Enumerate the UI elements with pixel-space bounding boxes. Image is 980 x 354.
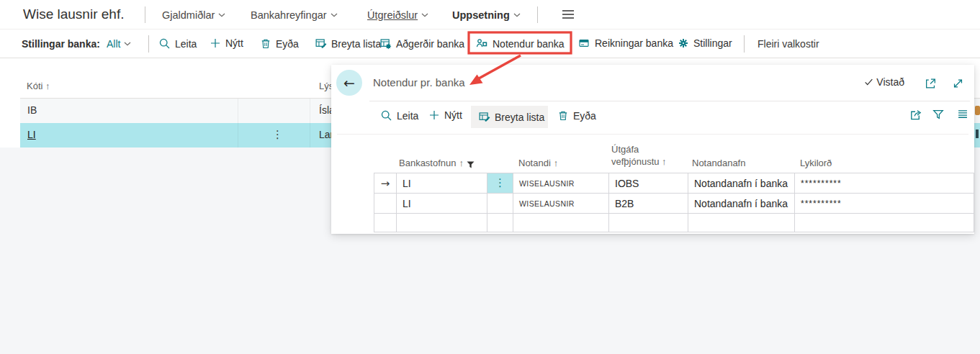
delete-button[interactable]: Eyða (260, 37, 299, 50)
row-context-menu-cell[interactable]: ⋮ (487, 173, 513, 194)
check-icon (863, 77, 874, 87)
panel-new-button[interactable]: Nýtt (428, 109, 462, 121)
table-gear-icon (379, 37, 392, 50)
panel-table-header-row: Bankastofnun↑ Notandi↑ Útgáfavefþjónustu… (374, 140, 974, 173)
cell-utgafa[interactable] (609, 214, 688, 232)
search-button[interactable]: Leita (158, 37, 197, 50)
saved-status: Vistað (863, 76, 904, 88)
cell-code-link[interactable]: LI (27, 129, 36, 140)
bank-accounts-button[interactable]: Reikningar banka (577, 37, 673, 49)
row-indicator-cell (374, 194, 397, 214)
chevron-down-icon (331, 13, 338, 17)
panel-edit-list-button-active[interactable]: Breyta lista (471, 106, 548, 128)
row-context-menu-cell[interactable] (487, 194, 513, 214)
back-arrow-icon: ← (343, 75, 355, 91)
top-nav-bar: Wise lausnir ehf. Gjaldmiðlar Bankahreyf… (0, 0, 980, 30)
filter-applied-icon (467, 161, 475, 168)
panel-delete-button[interactable]: Eyða (557, 109, 596, 122)
edit-table-icon (478, 111, 490, 123)
nav-menu-uppsetning[interactable]: Uppsetning (452, 9, 521, 21)
column-header-utgafa-vefthjonustu[interactable]: Útgáfavefþjónustu ↑ (611, 143, 667, 168)
panel-search-button[interactable]: Leita (380, 109, 418, 122)
cell-notandanafn[interactable]: Notandanafn í banka (688, 194, 795, 214)
cell-code[interactable]: IB (27, 104, 37, 116)
row-context-menu-cell[interactable] (487, 214, 513, 232)
clipped-list-fragment (976, 130, 979, 138)
open-in-window-icon[interactable] (924, 77, 938, 90)
nav-menu-gjaldmidlar[interactable]: Gjaldmiðlar (162, 9, 225, 21)
row-indicator-cell (374, 214, 397, 232)
trash-icon (260, 37, 271, 50)
edit-table-icon (315, 37, 327, 50)
cell-notandanafn[interactable] (688, 214, 795, 232)
panel-toolbar-divider (337, 134, 968, 135)
view-filter-dropdown[interactable]: Allt (107, 38, 131, 50)
nav-menu-utgreidslur[interactable]: Útgreiðslur (367, 9, 428, 21)
plus-icon (428, 109, 440, 121)
column-header-koti[interactable]: Kóti ↑ (27, 81, 50, 91)
page-caption: Stillingar banka: (22, 38, 100, 50)
column-header-lykilord[interactable]: Lykilorð (800, 158, 832, 168)
column-separator (310, 123, 310, 148)
bank-actions-button[interactable]: Aðgerðir banka (379, 37, 464, 50)
bank-account-card-icon (577, 37, 590, 49)
more-options-button[interactable]: Fleiri valkostir (758, 38, 819, 50)
chevron-down-icon (421, 13, 428, 17)
cell-utgafa[interactable]: IOBS (609, 173, 688, 194)
hamburger-menu-icon[interactable] (562, 9, 575, 20)
cell-utgafa[interactable]: B2B (609, 194, 688, 214)
search-icon (380, 109, 392, 122)
nav-divider (537, 6, 538, 23)
company-name[interactable]: Wise lausnir ehf. (23, 6, 124, 22)
plus-icon (210, 37, 221, 49)
content-area: Kóti ↑ Lýsin IB Ísla LI ⋮ Lan ← Not (0, 58, 980, 354)
row-context-menu-icon[interactable]: ⋮ (272, 130, 283, 140)
column-header-bankastofnun[interactable]: Bankastofnun↑ (399, 158, 475, 168)
share-icon[interactable] (909, 108, 923, 122)
nav-menu-bankahreyfingar[interactable]: Bankahreyfingar (251, 9, 338, 21)
chevron-down-icon (513, 13, 521, 17)
cell-notandi[interactable] (513, 214, 609, 232)
expand-panel-icon[interactable] (951, 77, 965, 90)
cell-lykilord[interactable]: ********** (795, 194, 974, 214)
column-separator (238, 123, 238, 148)
edit-list-button[interactable]: Breyta lista (315, 37, 381, 50)
bank-users-icon (475, 37, 488, 50)
cell-bankastofnun[interactable] (397, 214, 487, 232)
gear-icon (678, 37, 689, 49)
column-separator (310, 99, 310, 123)
chevron-down-icon (124, 42, 131, 46)
trash-icon (557, 109, 569, 122)
cell-notandi[interactable]: WISELAUSNIR (513, 194, 609, 214)
cell-lykilord[interactable] (795, 214, 974, 232)
settings-button[interactable]: Stillingar (678, 37, 732, 49)
current-row-arrow-icon: → (381, 177, 390, 190)
cell-notandi[interactable]: WISELAUSNIR (513, 173, 609, 194)
row-context-menu-icon: ⋮ (495, 178, 505, 189)
back-button[interactable]: ← (336, 70, 362, 96)
clipped-list-fragment (975, 106, 980, 115)
toolbar-divider (744, 35, 745, 53)
column-header-notandanafn[interactable]: Notandanafn (692, 158, 745, 168)
cell-lykilord[interactable]: ********** (795, 173, 974, 194)
panel-table-grid: → LI ⋮ WISELAUSNIR IOBS Notandanafn í ba… (374, 173, 974, 232)
cell-notandanafn[interactable]: Notandanafn í banka (688, 173, 795, 194)
cell-bankastofnun[interactable]: LI (397, 194, 487, 214)
panel-title: Notendur pr. banka (373, 76, 465, 88)
cell-bankastofnun[interactable]: LI (397, 173, 487, 194)
page-action-bar: Stillingar banka: Allt Leita Nýtt Eyða B… (0, 30, 980, 58)
bank-users-button[interactable]: Notendur banka (475, 37, 565, 50)
column-separator (238, 99, 238, 123)
list-view-icon[interactable] (956, 108, 969, 120)
filter-icon[interactable] (932, 108, 945, 121)
column-header-notandi[interactable]: Notandi↑ (518, 158, 558, 168)
new-button[interactable]: Nýtt (210, 37, 243, 49)
business-central-app: Wise lausnir ehf. Gjaldmiðlar Bankahreyf… (0, 0, 980, 354)
nav-divider (145, 6, 145, 23)
row-indicator-cell: → (374, 173, 397, 194)
chevron-down-icon (218, 13, 225, 17)
notendur-pr-banka-panel: ← Notendur pr. banka Vistað Leita Nýtt B… (331, 65, 974, 234)
search-icon (158, 37, 171, 50)
panel-header-divider (369, 101, 970, 101)
toolbar-divider (148, 35, 149, 53)
